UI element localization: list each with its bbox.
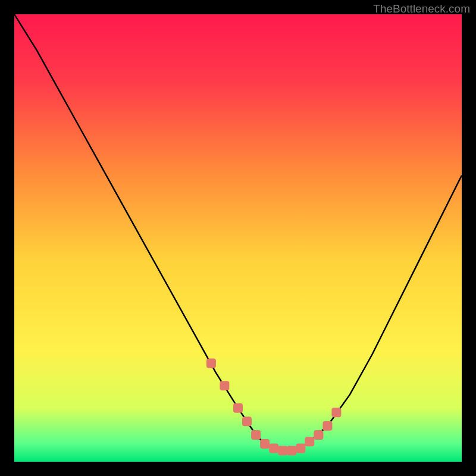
marker-point bbox=[260, 439, 270, 449]
marker-point bbox=[251, 430, 261, 440]
marker-point bbox=[269, 443, 278, 453]
marker-point bbox=[278, 446, 287, 455]
watermark-text: TheBottleneck.com bbox=[373, 2, 470, 15]
marker-group bbox=[206, 359, 342, 456]
marker-point bbox=[287, 446, 296, 455]
marker-point bbox=[220, 381, 229, 390]
marker-point bbox=[233, 403, 243, 413]
marker-point bbox=[296, 443, 305, 453]
curve-svg bbox=[14, 14, 462, 462]
plot-area bbox=[14, 14, 462, 462]
marker-point bbox=[322, 421, 332, 431]
marker-point bbox=[305, 437, 314, 446]
marker-point bbox=[331, 408, 341, 417]
marker-point bbox=[206, 359, 216, 368]
marker-point bbox=[242, 416, 252, 426]
curve-line bbox=[14, 14, 462, 450]
marker-point bbox=[314, 430, 323, 440]
